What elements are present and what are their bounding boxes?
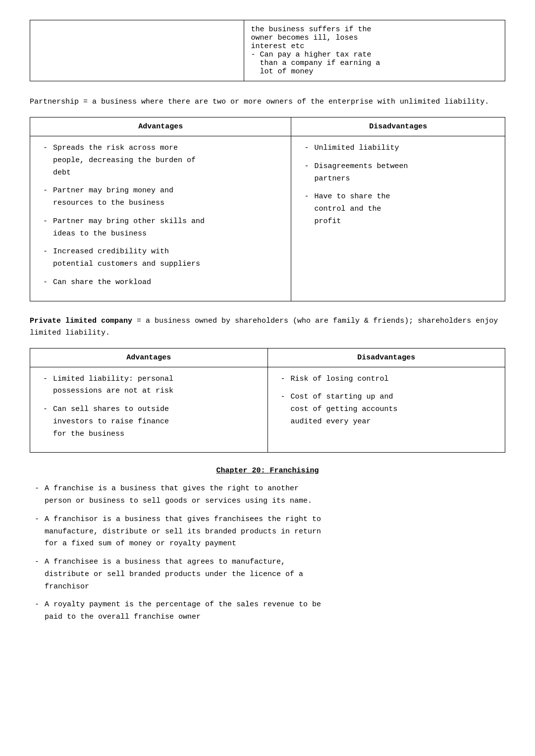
private-limited-term: Private limited company [30,317,132,325]
list-item: Spreads the risk across morepeople, decr… [38,142,283,179]
list-item: Risk of losing control [276,373,497,386]
private-limited-table: Advantages Disadvantages Limited liabili… [30,348,505,453]
chapter-20-heading: Chapter 20: Franchising [30,466,505,475]
chapter-20-list: A franchise is a business that gives the… [30,483,505,624]
list-item: Can sell shares to outsideinvestors to r… [38,404,260,440]
list-item: Partner may bring other skills andideas … [38,216,283,240]
list-item: Cost of starting up andcost of getting a… [276,391,497,428]
list-item: Disagreements betweenpartners [299,161,497,185]
partnership-definition: Partnership = a business where there are… [30,96,505,108]
top-table-right: the business suffers if the owner become… [244,20,505,81]
list-item: Can share the workload [38,277,283,289]
page-content: the business suffers if the owner become… [30,20,505,624]
list-item: A franchisee is a business that agrees t… [30,556,505,593]
top-table-left [30,20,244,81]
partnership-advantages-list: Spreads the risk across morepeople, decr… [38,142,283,289]
list-item: A franchisor is a business that gives fr… [30,514,505,550]
partnership-definition-text: Partnership = a business where there are… [30,98,489,106]
list-item: Have to share thecontrol and theprofit [299,191,497,228]
partnership-disadvantages-cell: Unlimited liability Disagreements betwee… [291,136,505,301]
private-limited-advantages-header: Advantages [30,348,268,367]
private-limited-advantages-cell: Limited liability: personalpossessions a… [30,367,268,453]
list-item: Unlimited liability [299,142,497,155]
list-item: Increased credibility withpotential cust… [38,246,283,271]
list-item: Partner may bring money andresources to … [38,185,283,210]
list-item: A royalty payment is the percentage of t… [30,599,505,624]
list-item: Limited liability: personalpossessions a… [38,373,260,398]
top-table-text: the business suffers if the owner become… [251,25,380,76]
partnership-disadvantages-list: Unlimited liability Disagreements betwee… [299,142,497,228]
top-partial-table: the business suffers if the owner become… [30,20,505,81]
list-item: A franchise is a business that gives the… [30,483,505,508]
private-limited-definition: Private limited company = a business own… [30,315,505,339]
partnership-table: Advantages Disadvantages Spreads the ris… [30,117,505,301]
private-limited-disadvantages-header: Disadvantages [268,348,505,367]
partnership-advantages-header: Advantages [30,117,291,136]
partnership-disadvantages-header: Disadvantages [291,117,505,136]
partnership-advantages-cell: Spreads the risk across morepeople, decr… [30,136,291,301]
private-limited-advantages-list: Limited liability: personalpossessions a… [38,373,260,441]
private-limited-disadvantages-cell: Risk of losing control Cost of starting … [268,367,505,453]
private-limited-disadvantages-list: Risk of losing control Cost of starting … [276,373,497,428]
